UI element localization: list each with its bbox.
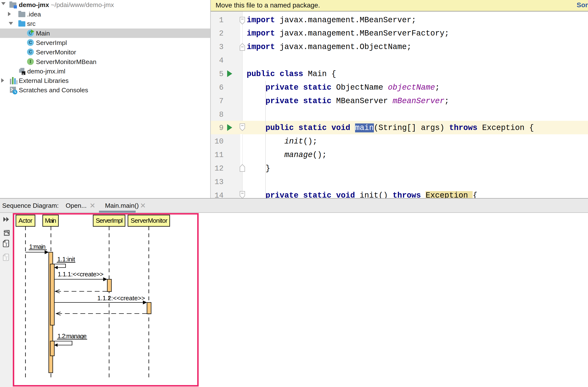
svg-text:ServerImpl: ServerImpl [96,217,123,224]
svg-text:Main: Main [45,217,56,224]
svg-text:1.1.1:<<create>>: 1.1.1:<<create>> [58,271,104,278]
svg-text:1.1.2:<<create>>: 1.1.2:<<create>> [97,295,145,302]
svg-text:1:main: 1:main [29,243,46,250]
svg-text:T: T [5,256,8,261]
svg-text:Actor: Actor [19,217,33,224]
svg-text:T: T [5,242,8,247]
svg-text:1.1:init: 1.1:init [57,256,75,263]
svg-text:ServerMonitor: ServerMonitor [131,217,168,224]
svg-text:1.2:manage: 1.2:manage [58,333,87,340]
